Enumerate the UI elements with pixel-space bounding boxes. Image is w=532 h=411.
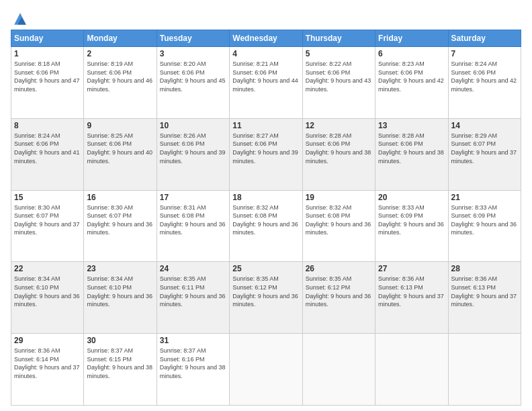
day-info: Sunrise: 8:36 AMSunset: 6:14 PMDaylight:…	[14, 347, 80, 379]
day-number: 29	[14, 336, 81, 345]
table-row: 13 Sunrise: 8:28 AMSunset: 6:06 PMDaylig…	[375, 118, 448, 190]
table-row: 6 Sunrise: 8:23 AMSunset: 6:06 PMDayligh…	[375, 47, 448, 119]
header-friday: Friday	[375, 30, 448, 47]
day-info: Sunrise: 8:28 AMSunset: 6:06 PMDaylight:…	[306, 132, 371, 165]
day-info: Sunrise: 8:30 AMSunset: 6:07 PMDaylight:…	[87, 204, 152, 236]
day-info: Sunrise: 8:19 AMSunset: 6:06 PMDaylight:…	[87, 60, 152, 93]
table-row: 26 Sunrise: 8:35 AMSunset: 6:12 PMDaylig…	[302, 262, 375, 334]
header-thursday: Thursday	[302, 30, 375, 47]
calendar-header-row: Sunday Monday Tuesday Wednesday Thursday…	[11, 30, 521, 47]
day-info: Sunrise: 8:29 AMSunset: 6:07 PMDaylight:…	[451, 132, 517, 165]
table-row: 3 Sunrise: 8:20 AMSunset: 6:06 PMDayligh…	[157, 47, 229, 119]
header-saturday: Saturday	[448, 30, 521, 47]
table-row: 16 Sunrise: 8:30 AMSunset: 6:07 PMDaylig…	[84, 190, 157, 262]
day-number: 13	[378, 121, 445, 130]
table-row: 29 Sunrise: 8:36 AMSunset: 6:14 PMDaylig…	[11, 334, 84, 406]
table-row: 30 Sunrise: 8:37 AMSunset: 6:15 PMDaylig…	[84, 334, 157, 406]
day-info: Sunrise: 8:36 AMSunset: 6:13 PMDaylight:…	[378, 275, 444, 308]
table-row: 1 Sunrise: 8:18 AMSunset: 6:06 PMDayligh…	[11, 47, 84, 119]
day-number: 31	[160, 336, 226, 345]
table-row	[302, 334, 375, 406]
day-number: 27	[378, 264, 445, 273]
day-number: 8	[14, 121, 81, 130]
day-info: Sunrise: 8:37 AMSunset: 6:15 PMDaylight:…	[87, 347, 152, 379]
day-info: Sunrise: 8:34 AMSunset: 6:10 PMDaylight:…	[87, 275, 152, 308]
table-row: 19 Sunrise: 8:32 AMSunset: 6:08 PMDaylig…	[302, 190, 375, 262]
day-number: 21	[451, 193, 518, 202]
day-number: 3	[160, 49, 226, 58]
header-tuesday: Tuesday	[157, 30, 229, 47]
header	[11, 8, 521, 27]
table-row: 28 Sunrise: 8:36 AMSunset: 6:13 PMDaylig…	[448, 262, 521, 334]
day-number: 7	[451, 49, 518, 58]
table-row: 17 Sunrise: 8:31 AMSunset: 6:08 PMDaylig…	[157, 190, 229, 262]
table-row: 14 Sunrise: 8:29 AMSunset: 6:07 PMDaylig…	[448, 118, 521, 190]
day-info: Sunrise: 8:35 AMSunset: 6:12 PMDaylight:…	[306, 275, 371, 308]
table-row: 21 Sunrise: 8:33 AMSunset: 6:09 PMDaylig…	[448, 190, 521, 262]
table-row: 18 Sunrise: 8:32 AMSunset: 6:08 PMDaylig…	[230, 190, 302, 262]
day-number: 4	[232, 49, 299, 58]
table-row: 27 Sunrise: 8:36 AMSunset: 6:13 PMDaylig…	[375, 262, 448, 334]
day-number: 14	[451, 121, 518, 130]
day-info: Sunrise: 8:33 AMSunset: 6:09 PMDaylight:…	[378, 204, 444, 236]
day-number: 26	[306, 264, 372, 273]
day-info: Sunrise: 8:26 AMSunset: 6:06 PMDaylight:…	[160, 132, 226, 165]
table-row: 8 Sunrise: 8:24 AMSunset: 6:06 PMDayligh…	[11, 118, 84, 190]
day-info: Sunrise: 8:37 AMSunset: 6:16 PMDaylight:…	[160, 347, 226, 379]
table-row: 7 Sunrise: 8:24 AMSunset: 6:06 PMDayligh…	[448, 47, 521, 119]
table-row: 22 Sunrise: 8:34 AMSunset: 6:10 PMDaylig…	[11, 262, 84, 334]
table-row	[375, 334, 448, 406]
day-number: 17	[160, 193, 226, 202]
day-number: 28	[451, 264, 518, 273]
table-row: 31 Sunrise: 8:37 AMSunset: 6:16 PMDaylig…	[157, 334, 229, 406]
day-info: Sunrise: 8:24 AMSunset: 6:06 PMDaylight:…	[14, 132, 80, 165]
day-number: 30	[87, 336, 153, 345]
table-row: 25 Sunrise: 8:35 AMSunset: 6:12 PMDaylig…	[230, 262, 302, 334]
header-monday: Monday	[84, 30, 157, 47]
day-number: 11	[232, 121, 299, 130]
table-row: 4 Sunrise: 8:21 AMSunset: 6:06 PMDayligh…	[230, 47, 302, 119]
day-info: Sunrise: 8:21 AMSunset: 6:06 PMDaylight:…	[232, 60, 298, 93]
table-row: 12 Sunrise: 8:28 AMSunset: 6:06 PMDaylig…	[302, 118, 375, 190]
day-info: Sunrise: 8:18 AMSunset: 6:06 PMDaylight:…	[14, 60, 80, 93]
header-wednesday: Wednesday	[230, 30, 302, 47]
day-number: 5	[306, 49, 372, 58]
day-info: Sunrise: 8:22 AMSunset: 6:06 PMDaylight:…	[306, 60, 371, 93]
table-row: 23 Sunrise: 8:34 AMSunset: 6:10 PMDaylig…	[84, 262, 157, 334]
day-info: Sunrise: 8:36 AMSunset: 6:13 PMDaylight:…	[451, 275, 517, 308]
day-number: 6	[378, 49, 445, 58]
day-info: Sunrise: 8:27 AMSunset: 6:06 PMDaylight:…	[232, 132, 298, 165]
logo	[11, 11, 28, 27]
calendar-table: Sunday Monday Tuesday Wednesday Thursday…	[11, 30, 521, 406]
header-sunday: Sunday	[11, 30, 84, 47]
day-info: Sunrise: 8:32 AMSunset: 6:08 PMDaylight:…	[306, 204, 371, 236]
day-info: Sunrise: 8:30 AMSunset: 6:07 PMDaylight:…	[14, 204, 80, 236]
page: Sunday Monday Tuesday Wednesday Thursday…	[0, 0, 532, 411]
day-number: 20	[378, 193, 445, 202]
day-info: Sunrise: 8:33 AMSunset: 6:09 PMDaylight:…	[451, 204, 517, 236]
logo-icon	[12, 11, 28, 27]
day-info: Sunrise: 8:35 AMSunset: 6:12 PMDaylight:…	[232, 275, 298, 308]
day-number: 9	[87, 121, 153, 130]
day-number: 25	[232, 264, 299, 273]
table-row: 20 Sunrise: 8:33 AMSunset: 6:09 PMDaylig…	[375, 190, 448, 262]
day-info: Sunrise: 8:24 AMSunset: 6:06 PMDaylight:…	[451, 60, 517, 93]
day-number: 18	[232, 193, 299, 202]
table-row: 11 Sunrise: 8:27 AMSunset: 6:06 PMDaylig…	[230, 118, 302, 190]
day-info: Sunrise: 8:28 AMSunset: 6:06 PMDaylight:…	[378, 132, 444, 165]
table-row: 9 Sunrise: 8:25 AMSunset: 6:06 PMDayligh…	[84, 118, 157, 190]
day-number: 16	[87, 193, 153, 202]
day-number: 2	[87, 49, 153, 58]
table-row	[230, 334, 302, 406]
day-info: Sunrise: 8:25 AMSunset: 6:06 PMDaylight:…	[87, 132, 152, 165]
day-number: 1	[14, 49, 81, 58]
table-row: 24 Sunrise: 8:35 AMSunset: 6:11 PMDaylig…	[157, 262, 229, 334]
day-info: Sunrise: 8:31 AMSunset: 6:08 PMDaylight:…	[160, 204, 226, 236]
day-info: Sunrise: 8:23 AMSunset: 6:06 PMDaylight:…	[378, 60, 444, 93]
day-number: 23	[87, 264, 153, 273]
day-info: Sunrise: 8:34 AMSunset: 6:10 PMDaylight:…	[14, 275, 80, 308]
day-info: Sunrise: 8:20 AMSunset: 6:06 PMDaylight:…	[160, 60, 226, 93]
day-number: 15	[14, 193, 81, 202]
table-row: 2 Sunrise: 8:19 AMSunset: 6:06 PMDayligh…	[84, 47, 157, 119]
day-number: 24	[160, 264, 226, 273]
